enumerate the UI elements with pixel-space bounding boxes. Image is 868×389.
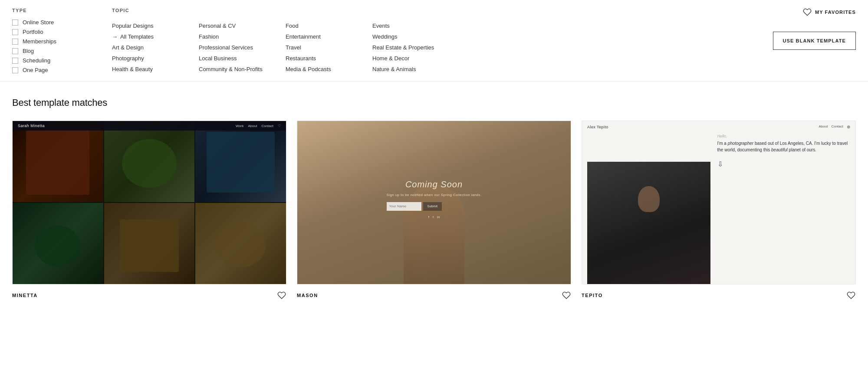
template-preview-mason[interactable]: Coming Soon Sign up to be notified when … [297,121,571,284]
topic-item-3-3[interactable]: Home & Decor [372,54,455,62]
checkbox-memberships[interactable] [12,39,18,45]
type-filter-section: TYPE Online StorePortfolioMembershipsBlo… [12,8,99,73]
favorites-label: MY FAVORITES [815,10,856,15]
mason-favorite-button[interactable] [562,291,571,300]
tepito-nav-links: About Contact ⊕ [819,124,850,129]
label-one-page: One Page [23,67,48,73]
topic-columns: Popular DesignsAll TemplatesArt & Design… [112,19,459,73]
topic-item-3-2[interactable]: Real Estate & Properties [372,43,455,52]
mason-card-footer: MASON [297,284,571,300]
food-cell-2 [104,121,195,202]
mason-coming-soon: Coming Soon [387,180,482,190]
tepito-right-panel: Hello, I'm a photographer based out of L… [710,121,856,284]
food-cell-6 [195,203,286,284]
section-title: Best template matches [12,97,856,108]
filter-bar: TYPE Online StorePortfolioMembershipsBlo… [0,0,868,82]
mason-preview-bg: Coming Soon Sign up to be notified when … [297,121,571,284]
topic-item-2-4[interactable]: Media & Podcasts [286,65,368,73]
mason-template-name: MASON [297,293,318,298]
template-card-mason: Coming Soon Sign up to be notified when … [297,121,571,300]
food-cell-5 [104,203,195,284]
tepito-nav: Alex Tepito About Contact ⊕ [582,121,855,133]
food-cell-3 [195,121,286,202]
topic-item-2-1[interactable]: Entertainment [286,33,368,41]
label-portfolio: Portfolio [23,29,43,35]
topic-item-2-3[interactable]: Restaurants [286,54,368,62]
topic-filter-section: TOPIC Popular DesignsAll TemplatesArt & … [112,8,856,73]
topic-item-1-1[interactable]: Fashion [199,33,281,41]
main-content: Best template matches Sarah Minetta Work… [0,82,868,316]
type-filter-online-store[interactable]: Online Store [12,19,99,26]
label-scheduling: Scheduling [23,57,50,64]
topic-col-0: Popular DesignsAll TemplatesArt & Design… [112,19,199,73]
minetta-nav-links: Work About Contact ♡ [236,124,281,128]
template-preview-tepito[interactable]: Alex Tepito About Contact ⊕ [582,121,856,284]
tepito-logo: Alex Tepito [587,125,608,129]
food-cell-1 [13,121,103,202]
tepito-social-icon: ⊕ [847,124,850,129]
mason-input-row: Submit [387,202,482,211]
minetta-favorite-button[interactable] [277,291,286,300]
minetta-nav: Sarah Minetta Work About Contact ♡ [13,121,286,131]
checkbox-scheduling[interactable] [12,58,18,64]
food-cell-4 [13,203,103,284]
mason-overlay: Coming Soon Sign up to be notified when … [387,180,482,219]
template-preview-minetta[interactable]: Sarah Minetta Work About Contact ♡ [12,121,286,284]
type-filter-list: Online StorePortfolioMembershipsBlogSche… [12,19,99,73]
tepito-template-name: TEPITO [582,293,603,298]
heart-icon-minetta [277,291,286,300]
topic-col-1: Personal & CVFashionProfessional Service… [199,19,286,73]
topic-item-1-4[interactable]: Community & Non-Profits [199,65,281,73]
mason-email-input[interactable] [387,202,421,211]
heart-icon [803,8,812,16]
heart-icon-mason [562,291,571,300]
tepito-greeting: Hello, [717,134,849,138]
topic-item-0-2[interactable]: Art & Design [112,43,194,52]
topic-item-0-3[interactable]: Photography [112,54,194,62]
topic-item-3-4[interactable]: Nature & Animals [372,65,455,73]
type-label: TYPE [12,8,99,13]
template-card-minetta: Sarah Minetta Work About Contact ♡ [12,121,286,300]
checkbox-online-store[interactable] [12,20,18,26]
blank-template-label: USE BLANK TEMPLATE [783,38,846,43]
mason-submit-button[interactable]: Submit [423,202,442,211]
minetta-logo: Sarah Minetta [18,124,45,128]
tepito-favorite-button[interactable] [846,291,856,300]
type-filter-memberships[interactable]: Memberships [12,38,99,45]
type-filter-one-page[interactable]: One Page [12,67,99,73]
type-filter-portfolio[interactable]: Portfolio [12,29,99,35]
tepito-body-text: I'm a photographer based out of Los Ange… [717,140,849,153]
minetta-card-footer: MINETTA [12,284,286,300]
blank-template-button[interactable]: USE BLANK TEMPLATE [773,32,856,50]
mason-twitter-icon: t [433,215,434,219]
label-memberships: Memberships [23,38,56,45]
topic-item-0-0[interactable]: Popular Designs [112,22,194,30]
topic-item-0-4[interactable]: Health & Beauty [112,65,194,73]
topic-item-0-1[interactable]: All Templates [112,33,194,41]
checkbox-blog[interactable] [12,48,18,54]
topic-item-3-0[interactable]: Events [372,22,455,30]
favorites-button[interactable]: MY FAVORITES [803,8,856,16]
tepito-preview-bg: Alex Tepito About Contact ⊕ [582,121,855,284]
topic-col-2: FoodEntertainmentTravelRestaurantsMedia … [286,19,372,73]
topic-item-2-0[interactable]: Food [286,22,368,30]
topic-label: TOPIC [112,8,459,13]
tepito-portrait [587,162,710,284]
type-filter-scheduling[interactable]: Scheduling [12,57,99,64]
checkbox-portfolio[interactable] [12,29,18,35]
topic-item-1-2[interactable]: Professional Services [199,43,281,52]
topic-item-3-1[interactable]: Weddings [372,33,455,41]
mason-submit-label: Submit [427,205,438,208]
topic-item-1-3[interactable]: Local Business [199,54,281,62]
topic-item-2-2[interactable]: Travel [286,43,368,52]
label-online-store: Online Store [23,19,54,26]
checkbox-one-page[interactable] [12,67,18,73]
mason-facebook-icon: f [428,215,429,219]
tepito-down-arrow-icon: ⇩ [717,160,849,168]
type-filter-blog[interactable]: Blog [12,48,99,54]
mason-instagram-icon: in [437,215,440,219]
minetta-food-grid [13,121,286,284]
minetta-template-name: MINETTA [12,293,38,298]
topic-item-1-0[interactable]: Personal & CV [199,22,281,30]
template-grid: Sarah Minetta Work About Contact ♡ [12,121,856,300]
